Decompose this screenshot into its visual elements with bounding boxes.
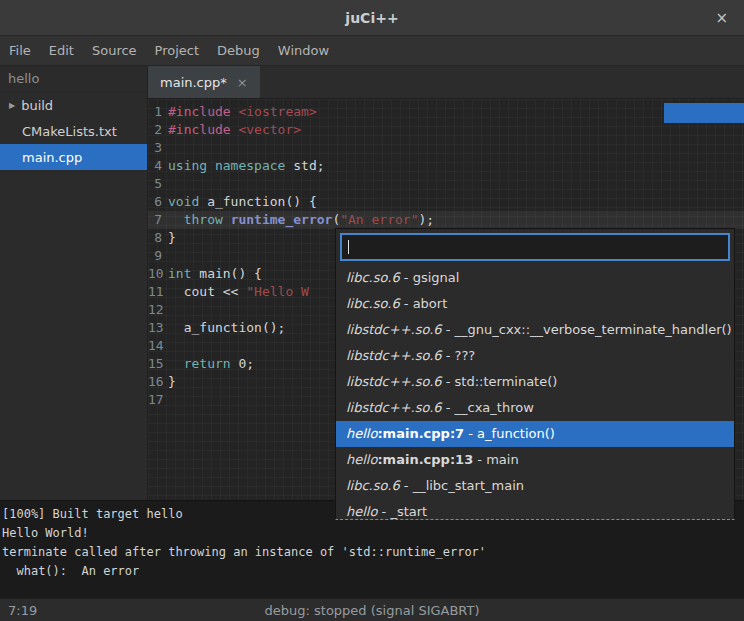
code-line-7: 7 throw runtime_error("An error"); (148, 211, 744, 229)
code-text: #include <iostream> (168, 103, 317, 121)
library-name: libc.so.6 (346, 270, 400, 285)
titlebar[interactable]: juCi++ × (0, 0, 744, 36)
frame-description: - std::terminate() (442, 374, 558, 389)
menu-edit[interactable]: Edit (40, 36, 83, 65)
tab-main-cpp[interactable]: main.cpp* × (148, 66, 260, 98)
menu-window[interactable]: Window (269, 36, 338, 65)
code-text: cout << "Hello W (168, 283, 309, 301)
code-line-2: 2#include <vector> (148, 121, 744, 139)
line-number: 17 (148, 391, 168, 409)
file-location: :main.cpp:7 (377, 426, 464, 441)
library-name: hello (346, 426, 377, 441)
library-name: libc.so.6 (346, 296, 400, 311)
library-name: libstdc++.so.6 (346, 322, 442, 337)
library-name: libstdc++.so.6 (346, 348, 442, 363)
frame-description: - abort (400, 296, 448, 311)
backtrace-item[interactable]: hello:main.cpp:7 - a_function() (336, 421, 734, 447)
window-close-icon[interactable]: × (709, 0, 734, 36)
popup-input-wrap (340, 233, 730, 261)
menu-project[interactable]: Project (146, 36, 208, 65)
line-number: 3 (148, 139, 168, 157)
backtrace-item[interactable]: libstdc++.so.6 - __cxa_throw (336, 395, 734, 421)
frame-description: - main (473, 452, 518, 467)
menu-debug[interactable]: Debug (208, 36, 269, 65)
line-number: 2 (148, 121, 168, 139)
library-name: libstdc++.so.6 (346, 400, 442, 415)
backtrace-item[interactable]: libstdc++.so.6 - std::terminate() (336, 369, 734, 395)
frame-description: - gsignal (400, 270, 460, 285)
code-text: #include <vector> (168, 121, 301, 139)
line-number: 13 (148, 319, 168, 337)
code-text: } (168, 229, 176, 247)
file-location: :main.cpp:13 (377, 452, 473, 467)
tree-item-cmakelists-txt[interactable]: CMakeLists.txt (0, 118, 147, 144)
tree-item-main-cpp[interactable]: main.cpp (0, 144, 147, 170)
debug-backtrace-popup: libc.so.6 - gsignallibc.so.6 - abortlibs… (335, 228, 735, 520)
debug-status-message: debug: stopped (signal SIGABRT) (0, 599, 744, 621)
code-line-4: 4using namespace std; (148, 157, 744, 175)
frame-description: - a_function() (464, 426, 555, 441)
tree-item-build[interactable]: ▶build (0, 92, 147, 118)
line-number: 12 (148, 301, 168, 319)
tab-bar: main.cpp* × (148, 66, 744, 99)
code-text: } (168, 373, 176, 391)
line-number: 16 (148, 373, 168, 391)
backtrace-list: libc.so.6 - gsignallibc.so.6 - abortlibs… (336, 265, 734, 520)
code-line-3: 3 (148, 139, 744, 157)
line-number: 15 (148, 355, 168, 373)
file-tree-panel: hello ▶buildCMakeLists.txtmain.cpp (0, 66, 148, 500)
library-name: libc.so.6 (346, 478, 400, 493)
frame-description: - _start (377, 504, 427, 519)
code-text: void a_function() { (168, 193, 317, 211)
popup-filter-input[interactable] (340, 233, 730, 261)
backtrace-item[interactable]: hello - _start (336, 499, 734, 520)
backtrace-item[interactable]: libc.so.6 - gsignal (336, 265, 734, 291)
menu-source[interactable]: Source (83, 36, 146, 65)
line-number: 6 (148, 193, 168, 211)
line-number: 5 (148, 175, 168, 193)
backtrace-item[interactable]: libstdc++.so.6 - __gnu_cxx::__verbose_te… (336, 317, 734, 343)
frame-description: - __gnu_cxx::__verbose_terminate_handler… (442, 322, 732, 337)
expander-icon[interactable]: ▶ (9, 101, 15, 110)
code-text: int main() { (168, 265, 262, 283)
code-text: return 0; (168, 355, 254, 373)
code-text: throw runtime_error("An error"); (168, 211, 434, 229)
line-number: 9 (148, 247, 168, 265)
code-line-1: 1#include <iostream> (148, 103, 744, 121)
text-cursor (348, 240, 349, 254)
frame-description: - __libc_start_main (400, 478, 524, 493)
window-title: juCi++ (0, 0, 744, 36)
output-line: what(): An error (2, 562, 744, 581)
project-root[interactable]: hello (0, 66, 147, 92)
menubar: FileEditSourceProjectDebugWindow (0, 36, 744, 66)
tab-close-icon[interactable]: × (237, 75, 248, 90)
jucipp-window: juCi++ × FileEditSourceProjectDebugWindo… (0, 0, 744, 621)
tab-label: main.cpp* (160, 75, 227, 90)
library-name: libstdc++.so.6 (346, 374, 442, 389)
tree-item-label: main.cpp (22, 150, 82, 165)
output-line: terminate called after throwing an insta… (2, 543, 744, 562)
line-number: 7 (148, 211, 168, 229)
line-number: 14 (148, 337, 168, 355)
backtrace-item[interactable]: hello:main.cpp:13 - main (336, 447, 734, 473)
output-line: Hello World! (2, 524, 744, 543)
tree-item-label: CMakeLists.txt (22, 124, 117, 139)
code-text: using namespace std; (168, 157, 325, 175)
library-name: hello (346, 452, 377, 467)
project-name: hello (8, 71, 39, 86)
line-number: 11 (148, 283, 168, 301)
status-bar: 7:19 debug: stopped (signal SIGABRT) (0, 598, 744, 621)
frame-description: - ??? (442, 348, 476, 363)
backtrace-item[interactable]: libstdc++.so.6 - ??? (336, 343, 734, 369)
code-line-6: 6void a_function() { (148, 193, 744, 211)
tree-item-label: build (21, 98, 53, 113)
file-tree: ▶buildCMakeLists.txtmain.cpp (0, 92, 147, 170)
menu-file[interactable]: File (0, 36, 40, 65)
backtrace-item[interactable]: libc.so.6 - abort (336, 291, 734, 317)
editor-scrollbar-thumb[interactable] (664, 103, 744, 123)
line-number: 1 (148, 103, 168, 121)
line-number: 10 (148, 265, 168, 283)
backtrace-item[interactable]: libc.so.6 - __libc_start_main (336, 473, 734, 499)
line-number: 4 (148, 157, 168, 175)
library-name: hello (346, 504, 377, 519)
